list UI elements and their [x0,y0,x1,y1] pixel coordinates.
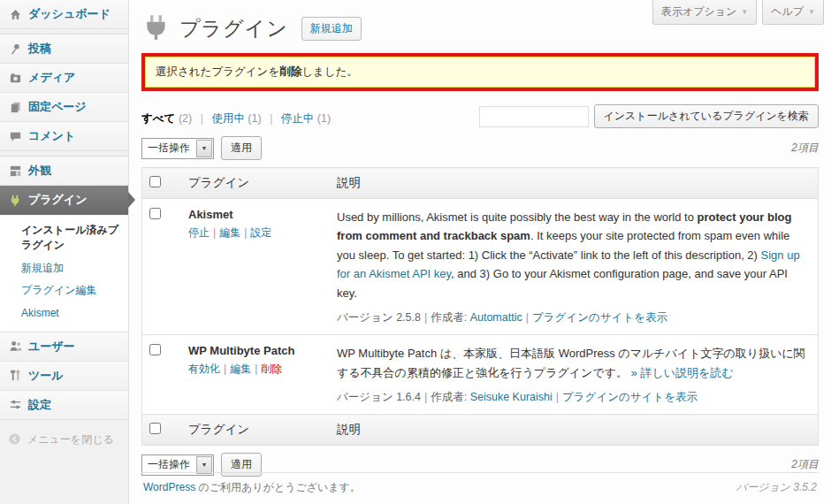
notice-text-bold: 削除 [279,65,301,78]
select-all-checkbox[interactable] [149,176,161,187]
help-label: ヘルプ [771,4,804,19]
tablenav-top: 一括操作 ▼ 適用 2項目 [141,136,819,160]
plugin-description: Used by millions, Akismet is quite possi… [337,208,811,302]
filter-all[interactable]: すべて (2) [141,112,192,125]
sidebar-item-media[interactable]: メディア [0,64,128,93]
meta-separator: | [526,311,529,324]
plugin-author-link[interactable]: Seisuke Kuraishi [470,391,553,403]
sidebar-item-label: 外観 [28,163,51,179]
row-checkbox-akismet[interactable] [149,208,161,219]
apply-bulk-action-button[interactable]: 適用 [221,136,262,160]
filter-active-count: (1) [248,112,261,125]
visit-plugin-site-link[interactable]: プラグインのサイトを表示 [562,391,698,403]
table-footer-row: プラグイン 説明 [142,415,819,446]
submenu-item-akismet[interactable]: Akismet [0,302,128,325]
row-actions: 有効化|編集|削除 [188,362,323,377]
chevron-down-icon: ▼ [741,8,748,16]
plugin-status-filters: すべて (2) | 使用中 (1) | 停止中 (1) [141,111,331,128]
plugin-meta: バージョン 2.5.8|作成者: Automattic|プラグインのサイトを表示 [337,310,811,325]
wordpress-admin-plugins-page: ダッシュボード 投稿 メディア 固定ページ コメント 外観 プラグイン [0,0,831,504]
plugin-name: WP Multibyte Patch [188,344,323,357]
home-icon [8,7,22,21]
column-header-description: 説明 [330,168,819,199]
settings-sliders-icon [8,398,22,412]
sidebar-item-settings[interactable]: 設定 [0,391,128,420]
submenu-item-plugin-editor[interactable]: プラグイン編集 [0,279,128,302]
visit-plugin-site-link[interactable]: プラグインのサイトを表示 [532,311,667,324]
filter-separator: | [201,112,203,125]
bulk-action-select[interactable]: 一括操作 ▼ [141,138,214,159]
plugin-search-box: インストールされているプラグインを検索 [479,104,820,128]
screen-meta: 表示オプション ▼ ヘルプ ▼ [652,0,824,25]
plugin-description: WP Multibyte Patch は、本家版、日本語版 WordPress … [337,344,811,382]
item-count: 2項目 [791,141,819,156]
row-checkbox-wp-multibyte-patch[interactable] [149,344,161,355]
add-new-plugin-button[interactable]: 新規追加 [301,17,362,41]
filter-inactive-count: (1) [317,112,331,125]
filter-all-count: (2) [179,112,192,125]
help-button[interactable]: ヘルプ ▼ [762,0,824,25]
footer-version: バージョン 3.5.2 [736,480,817,495]
search-plugins-button[interactable]: インストールされているプラグインを検索 [594,104,820,128]
sidebar-item-plugins[interactable]: プラグイン [0,186,128,215]
settings-link[interactable]: 設定 [250,226,271,239]
action-separator: | [244,226,247,239]
notice-text: しました。 [301,65,358,78]
bulk-action-selected-value: 一括操作 [148,457,190,472]
submenu-item-add-new[interactable]: 新規追加 [0,257,128,279]
filter-inactive[interactable]: 停止中 [281,112,315,125]
delete-link[interactable]: 削除 [261,363,282,375]
column-footer-name: プラグイン [181,415,330,446]
sidebar-item-dashboard[interactable]: ダッシュボード [0,0,128,29]
plugin-search-input[interactable] [479,106,589,127]
page-title: プラグイン [179,15,288,42]
sidebar-item-label: プラグイン [28,192,88,208]
table-header-row: プラグイン 説明 [142,168,819,199]
appearance-icon [8,164,22,178]
collapse-menu-button[interactable]: メニューを閉じる [0,425,128,455]
action-separator: | [224,363,226,375]
sidebar-item-users[interactable]: ユーザー [0,332,128,362]
submenu-item-installed-plugins[interactable]: インストール済みプラグイン [0,219,128,257]
edit-link[interactable]: 編集 [230,363,251,375]
tools-icon [8,369,22,383]
sidebar-item-label: 投稿 [28,41,51,57]
sidebar-item-tools[interactable]: ツール [0,362,128,391]
row-actions: 停止|編集|設定 [188,225,323,241]
admin-content: 表示オプション ▼ ヘルプ ▼ プラグイン 新規追加 選択されたプラグインを削除… [129,0,831,504]
sidebar-item-label: ツール [28,368,64,384]
sidebar-item-comments[interactable]: コメント [0,122,128,151]
activate-link[interactable]: 有効化 [188,363,220,375]
sidebar-item-appearance[interactable]: 外観 [0,157,128,186]
comment-bubble-icon [8,129,22,143]
column-header-name: プラグイン [181,168,330,199]
sidebar-item-posts[interactable]: 投稿 [0,34,128,64]
wordpress-link[interactable]: WordPress [143,481,195,493]
admin-footer: WordPress のご利用ありがとうございます。 バージョン 3.5.2 [141,472,819,504]
plugins-table: プラグイン 説明 Akismet 停止|編集|設定 Used by millio… [141,167,819,446]
chevron-down-icon: ▼ [196,456,212,474]
meta-separator: | [424,311,427,324]
column-footer-description: 説明 [330,415,819,446]
plugin-version: バージョン 2.5.8 [337,311,421,324]
deactivate-link[interactable]: 停止 [188,226,210,239]
select-all-checkbox-bottom[interactable] [149,423,161,434]
plugin-version: バージョン 1.6.4 [337,391,421,403]
edit-link[interactable]: 編集 [219,226,240,239]
sidebar-item-label: ユーザー [28,339,75,355]
action-separator: | [213,226,216,239]
screen-options-button[interactable]: 表示オプション ▼ [652,0,757,25]
filter-separator: | [270,112,272,125]
plugin-author-link[interactable]: Automattic [470,311,522,324]
sidebar-item-label: ダッシュボード [28,6,111,22]
action-separator: | [255,363,257,375]
filter-active[interactable]: 使用中 [211,112,245,125]
collapse-arrow-icon [8,432,21,448]
pages-icon [8,100,22,114]
sidebar-item-label: 固定ページ [28,99,87,115]
users-icon [8,340,22,354]
collapse-menu-label: メニューを閉じる [27,432,114,447]
meta-separator: | [556,391,559,403]
read-more-link[interactable]: » 詳しい説明を読む [631,366,734,379]
sidebar-item-pages[interactable]: 固定ページ [0,93,128,122]
